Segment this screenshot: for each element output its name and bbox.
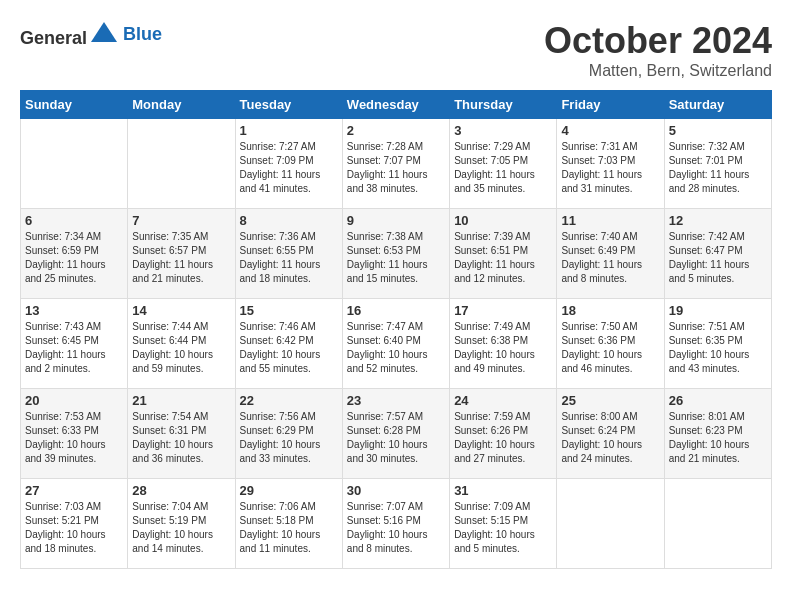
calendar-week-row: 1 Sunrise: 7:27 AM Sunset: 7:09 PM Dayli…: [21, 119, 772, 209]
sunrise-text: Sunrise: 7:49 AM: [454, 321, 530, 332]
sunrise-text: Sunrise: 7:53 AM: [25, 411, 101, 422]
table-row: 1 Sunrise: 7:27 AM Sunset: 7:09 PM Dayli…: [235, 119, 342, 209]
sunrise-text: Sunrise: 7:47 AM: [347, 321, 423, 332]
sunrise-text: Sunrise: 7:28 AM: [347, 141, 423, 152]
day-number: 29: [240, 483, 338, 498]
day-info: Sunrise: 7:07 AM Sunset: 5:16 PM Dayligh…: [347, 500, 445, 556]
sunset-text: Sunset: 6:29 PM: [240, 425, 314, 436]
header-friday: Friday: [557, 91, 664, 119]
sunrise-text: Sunrise: 7:50 AM: [561, 321, 637, 332]
day-number: 1: [240, 123, 338, 138]
sunrise-text: Sunrise: 7:06 AM: [240, 501, 316, 512]
day-info: Sunrise: 7:04 AM Sunset: 5:19 PM Dayligh…: [132, 500, 230, 556]
day-number: 16: [347, 303, 445, 318]
sunset-text: Sunset: 7:05 PM: [454, 155, 528, 166]
table-row: 17 Sunrise: 7:49 AM Sunset: 6:38 PM Dayl…: [450, 299, 557, 389]
sunset-text: Sunset: 6:31 PM: [132, 425, 206, 436]
sunrise-text: Sunrise: 7:42 AM: [669, 231, 745, 242]
sunrise-text: Sunrise: 7:35 AM: [132, 231, 208, 242]
day-info: Sunrise: 7:35 AM Sunset: 6:57 PM Dayligh…: [132, 230, 230, 286]
sunset-text: Sunset: 6:47 PM: [669, 245, 743, 256]
logo-text: General: [20, 20, 119, 49]
sunrise-text: Sunrise: 7:39 AM: [454, 231, 530, 242]
day-number: 5: [669, 123, 767, 138]
page-header: General Blue October 2024 Matten, Bern, …: [20, 20, 772, 80]
daylight-text: Daylight: 10 hours and 36 minutes.: [132, 439, 213, 464]
sunset-text: Sunset: 6:26 PM: [454, 425, 528, 436]
sunrise-text: Sunrise: 7:29 AM: [454, 141, 530, 152]
day-info: Sunrise: 7:51 AM Sunset: 6:35 PM Dayligh…: [669, 320, 767, 376]
day-number: 15: [240, 303, 338, 318]
sunset-text: Sunset: 6:45 PM: [25, 335, 99, 346]
sunrise-text: Sunrise: 7:51 AM: [669, 321, 745, 332]
table-row: [128, 119, 235, 209]
sunrise-text: Sunrise: 7:56 AM: [240, 411, 316, 422]
table-row: 21 Sunrise: 7:54 AM Sunset: 6:31 PM Dayl…: [128, 389, 235, 479]
sunset-text: Sunset: 6:49 PM: [561, 245, 635, 256]
sunset-text: Sunset: 7:09 PM: [240, 155, 314, 166]
day-number: 17: [454, 303, 552, 318]
day-number: 14: [132, 303, 230, 318]
daylight-text: Daylight: 11 hours and 25 minutes.: [25, 259, 106, 284]
sunset-text: Sunset: 6:33 PM: [25, 425, 99, 436]
logo: General Blue: [20, 20, 162, 49]
daylight-text: Daylight: 10 hours and 21 minutes.: [669, 439, 750, 464]
svg-marker-0: [91, 22, 117, 42]
sunset-text: Sunset: 6:53 PM: [347, 245, 421, 256]
table-row: 30 Sunrise: 7:07 AM Sunset: 5:16 PM Dayl…: [342, 479, 449, 569]
table-row: 27 Sunrise: 7:03 AM Sunset: 5:21 PM Dayl…: [21, 479, 128, 569]
daylight-text: Daylight: 10 hours and 5 minutes.: [454, 529, 535, 554]
daylight-text: Daylight: 11 hours and 5 minutes.: [669, 259, 750, 284]
day-number: 2: [347, 123, 445, 138]
day-number: 11: [561, 213, 659, 228]
day-number: 3: [454, 123, 552, 138]
table-row: 24 Sunrise: 7:59 AM Sunset: 6:26 PM Dayl…: [450, 389, 557, 479]
sunrise-text: Sunrise: 7:34 AM: [25, 231, 101, 242]
sunset-text: Sunset: 6:51 PM: [454, 245, 528, 256]
header-sunday: Sunday: [21, 91, 128, 119]
daylight-text: Daylight: 10 hours and 18 minutes.: [25, 529, 106, 554]
day-info: Sunrise: 7:40 AM Sunset: 6:49 PM Dayligh…: [561, 230, 659, 286]
calendar-table: Sunday Monday Tuesday Wednesday Thursday…: [20, 90, 772, 569]
daylight-text: Daylight: 11 hours and 31 minutes.: [561, 169, 642, 194]
daylight-text: Daylight: 11 hours and 8 minutes.: [561, 259, 642, 284]
logo-icon: [89, 20, 119, 44]
day-number: 31: [454, 483, 552, 498]
day-info: Sunrise: 7:56 AM Sunset: 6:29 PM Dayligh…: [240, 410, 338, 466]
daylight-text: Daylight: 10 hours and 33 minutes.: [240, 439, 321, 464]
day-info: Sunrise: 8:00 AM Sunset: 6:24 PM Dayligh…: [561, 410, 659, 466]
sunset-text: Sunset: 5:16 PM: [347, 515, 421, 526]
sunset-text: Sunset: 5:15 PM: [454, 515, 528, 526]
daylight-text: Daylight: 10 hours and 49 minutes.: [454, 349, 535, 374]
daylight-text: Daylight: 10 hours and 14 minutes.: [132, 529, 213, 554]
sunset-text: Sunset: 6:28 PM: [347, 425, 421, 436]
day-info: Sunrise: 7:06 AM Sunset: 5:18 PM Dayligh…: [240, 500, 338, 556]
day-number: 13: [25, 303, 123, 318]
table-row: 4 Sunrise: 7:31 AM Sunset: 7:03 PM Dayli…: [557, 119, 664, 209]
day-info: Sunrise: 7:54 AM Sunset: 6:31 PM Dayligh…: [132, 410, 230, 466]
table-row: 22 Sunrise: 7:56 AM Sunset: 6:29 PM Dayl…: [235, 389, 342, 479]
daylight-text: Daylight: 11 hours and 38 minutes.: [347, 169, 428, 194]
day-info: Sunrise: 7:44 AM Sunset: 6:44 PM Dayligh…: [132, 320, 230, 376]
daylight-text: Daylight: 10 hours and 30 minutes.: [347, 439, 428, 464]
sunrise-text: Sunrise: 7:07 AM: [347, 501, 423, 512]
table-row: 16 Sunrise: 7:47 AM Sunset: 6:40 PM Dayl…: [342, 299, 449, 389]
sunrise-text: Sunrise: 7:59 AM: [454, 411, 530, 422]
day-number: 10: [454, 213, 552, 228]
sunrise-text: Sunrise: 7:03 AM: [25, 501, 101, 512]
day-number: 27: [25, 483, 123, 498]
sunset-text: Sunset: 7:03 PM: [561, 155, 635, 166]
day-info: Sunrise: 7:47 AM Sunset: 6:40 PM Dayligh…: [347, 320, 445, 376]
day-number: 23: [347, 393, 445, 408]
day-info: Sunrise: 7:29 AM Sunset: 7:05 PM Dayligh…: [454, 140, 552, 196]
day-number: 8: [240, 213, 338, 228]
day-number: 26: [669, 393, 767, 408]
daylight-text: Daylight: 10 hours and 52 minutes.: [347, 349, 428, 374]
day-info: Sunrise: 7:28 AM Sunset: 7:07 PM Dayligh…: [347, 140, 445, 196]
table-row: 11 Sunrise: 7:40 AM Sunset: 6:49 PM Dayl…: [557, 209, 664, 299]
day-number: 7: [132, 213, 230, 228]
day-info: Sunrise: 7:34 AM Sunset: 6:59 PM Dayligh…: [25, 230, 123, 286]
sunrise-text: Sunrise: 7:31 AM: [561, 141, 637, 152]
sunset-text: Sunset: 6:57 PM: [132, 245, 206, 256]
sunset-text: Sunset: 5:19 PM: [132, 515, 206, 526]
